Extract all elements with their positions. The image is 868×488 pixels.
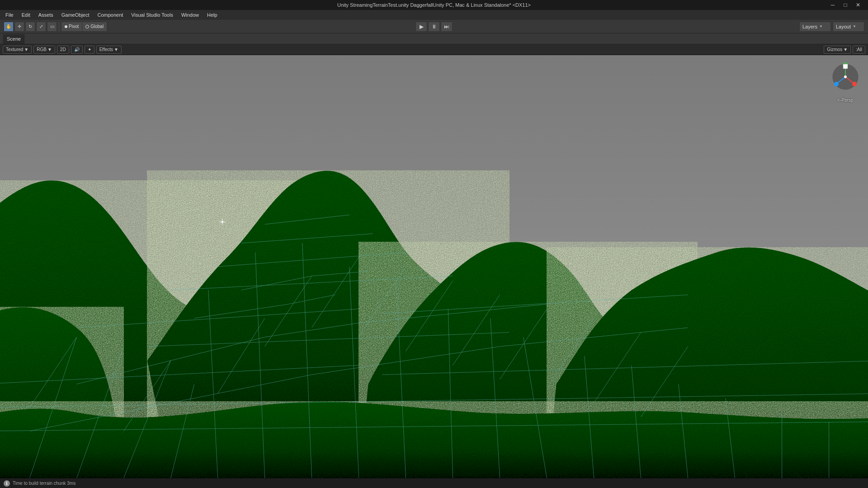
main-toolbar: ✋ ✛ ↻ ⤢ ▭ Pivot Global ▶ ⏸ ⏭ Layers ▼ La… [0,20,868,33]
audio-icon: 🔊 [74,47,80,52]
menu-window[interactable]: Window [178,11,203,19]
rgb-button[interactable]: RGB ▼ [33,46,55,54]
title-bar: Unity StreamingTerrainTest.unity Daggerf… [0,0,868,10]
layout-dropdown[interactable]: Layout ▼ [833,22,864,32]
gizmos-arrow: ▼ [843,47,848,52]
gizmo-svg: Y [827,60,863,96]
play-button[interactable]: ▶ [415,22,427,32]
svg-point-68 [834,82,839,86]
scene-tab[interactable]: Scene [3,34,25,44]
play-controls: ▶ ⏸ ⏭ [415,22,453,32]
toolbar-separator-1 [59,22,59,31]
audio-button[interactable]: 🔊 [71,46,83,54]
svg-point-69 [844,75,847,78]
2d-label: 2D [60,47,66,52]
effects-button[interactable]: Effects ▼ [96,46,122,54]
status-bar: ℹ Time to build terrain chunk 3ms [0,478,868,488]
pivot-label: Pivot [69,24,79,29]
menu-bar: File Edit Assets GameObject Component Vi… [0,10,868,20]
scene-view-toolbar: Textured ▼ RGB ▼ 2D 🔊 ✦ Effects ▼ Gizmos… [0,44,868,55]
step-button[interactable]: ⏭ [441,22,453,32]
effects-label: Effects [99,47,113,52]
global-label: Global [90,24,104,29]
scene-tab-label: Scene [7,36,21,42]
rect-tool-button[interactable]: ▭ [47,22,57,32]
menu-visual-studio-tools[interactable]: Visual Studio Tools [127,11,177,19]
menu-file[interactable]: File [2,11,17,19]
rgb-arrow: ▼ [47,47,52,52]
menu-help[interactable]: Help [203,11,221,19]
rotate-tool-button[interactable]: ↻ [25,22,35,32]
window-controls: ─ □ ✕ [826,0,864,10]
layers-dropdown[interactable]: Layers ▼ [799,22,831,32]
rgb-label: RGB [37,47,47,52]
global-button[interactable]: Global [82,22,107,32]
maximize-button[interactable]: □ [839,0,852,10]
textured-arrow: ▼ [24,47,28,52]
pivot-button[interactable]: Pivot [61,22,82,32]
svg-point-60 [222,221,223,223]
layout-label: Layout [836,24,851,29]
pivot-global-group: Pivot Global [61,22,107,32]
all-layers-label: :All [856,47,862,52]
effects-arrow: ▼ [114,47,118,52]
transform-tools: ✋ ✛ ↻ ⤢ ▭ [4,22,57,32]
global-circle-icon [85,25,89,28]
fx-icon: ✦ [88,47,91,52]
hand-tool-button[interactable]: ✋ [4,22,14,32]
status-icon: ℹ [4,480,10,487]
minimize-button[interactable]: ─ [826,0,839,10]
menu-gameobject[interactable]: GameObject [58,11,93,19]
layout-dropdown-arrow: ▼ [853,24,856,28]
scene-toolbar: Scene [0,33,868,44]
menu-edit[interactable]: Edit [18,11,34,19]
terrain-visualization [0,55,868,478]
2d-button[interactable]: 2D [57,46,69,54]
scale-tool-button[interactable]: ⤢ [36,22,46,32]
right-toolbar: Layers ▼ Layout ▼ [799,22,864,32]
menu-component[interactable]: Component [94,11,127,19]
move-tool-button[interactable]: ✛ [14,22,24,32]
gizmos-button[interactable]: Gizmos ▼ [824,46,851,54]
fx-button[interactable]: ✦ [85,46,94,54]
persp-label: <-Persp [827,98,863,103]
status-message: Time to build terrain chunk 3ms [13,481,75,486]
textured-button[interactable]: Textured ▼ [3,46,32,54]
scene-gizmo[interactable]: Y <-Persp [827,60,863,96]
textured-label: Textured [6,47,23,52]
menu-assets[interactable]: Assets [35,11,57,19]
pivot-dot-icon [65,25,67,28]
window-title: Unity StreamingTerrainTest.unity Daggerf… [337,2,531,8]
all-layers-button[interactable]: :All [853,46,865,54]
pause-button[interactable]: ⏸ [428,22,440,32]
svg-point-66 [852,82,857,86]
gizmos-group: Gizmos ▼ :All [824,46,865,54]
layers-dropdown-arrow: ▼ [819,24,823,28]
close-button[interactable]: ✕ [852,0,864,10]
svg-rect-70 [843,64,848,69]
scene-viewport[interactable]: Y <-Persp [0,55,868,478]
layers-label: Layers [802,24,817,29]
gizmos-label: Gizmos [827,47,842,52]
